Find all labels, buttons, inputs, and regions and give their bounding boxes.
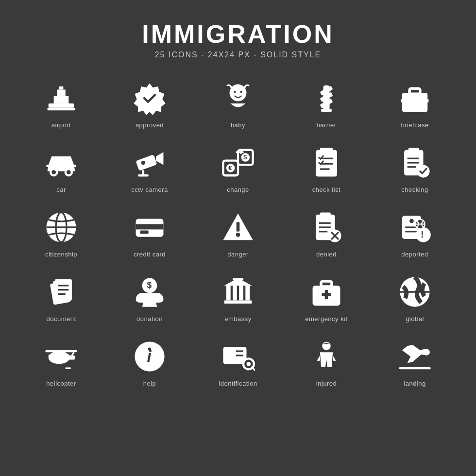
svg-point-51 — [236, 233, 240, 237]
icon-donation: $ donation — [108, 268, 191, 327]
svg-rect-15 — [401, 99, 429, 102]
document-icon — [42, 272, 81, 311]
airport-icon — [42, 79, 81, 118]
checking-icon — [395, 143, 434, 182]
icon-injured: injured — [285, 332, 368, 392]
svg-point-18 — [51, 170, 56, 174]
svg-rect-91 — [49, 355, 70, 358]
landing-icon — [395, 337, 434, 376]
embassy-icon — [219, 272, 257, 311]
svg-rect-83 — [233, 278, 243, 280]
denied-label: denied — [316, 251, 337, 258]
icons-grid: airport approved baby — [19, 74, 457, 392]
global-icon — [395, 272, 434, 311]
icon-baby: baby — [196, 74, 280, 134]
svg-rect-48 — [140, 231, 149, 234]
svg-rect-14 — [409, 88, 420, 94]
svg-point-5 — [230, 85, 247, 102]
svg-rect-1 — [54, 96, 69, 103]
svg-marker-22 — [156, 152, 163, 165]
icon-identification: identification — [196, 332, 280, 392]
icon-checking: checking — [373, 138, 457, 198]
briefcase-icon — [395, 79, 434, 118]
svg-line-95 — [72, 352, 74, 356]
barrier-label: barrier — [316, 121, 336, 129]
identification-label: identification — [219, 380, 257, 387]
icon-airport: airport — [19, 74, 103, 134]
emergency-kit-label: emergency kit — [305, 315, 347, 323]
svg-point-108 — [247, 362, 251, 366]
check-list-label: check list — [312, 186, 340, 193]
icon-cctv-camera: cctv camera — [108, 138, 191, 198]
svg-point-102 — [227, 350, 234, 357]
approved-label: approved — [136, 121, 164, 129]
airport-label: airport — [51, 121, 71, 129]
baby-label: baby — [231, 121, 245, 129]
citizenship-label: citizenship — [45, 251, 77, 258]
danger-icon — [219, 208, 257, 247]
svg-rect-87 — [322, 293, 331, 296]
icon-change: € $ change — [196, 138, 280, 198]
svg-text:$: $ — [147, 280, 152, 290]
svg-rect-4 — [48, 108, 75, 110]
icon-barrier: barrier — [285, 74, 368, 134]
svg-rect-47 — [136, 224, 164, 229]
svg-rect-78 — [226, 286, 231, 301]
global-label: global — [406, 315, 424, 323]
donation-label: donation — [136, 315, 163, 323]
cctv-camera-label: cctv camera — [131, 186, 168, 193]
helicopter-label: helicopter — [46, 380, 76, 387]
injured-label: injured — [316, 380, 337, 387]
icon-approved: approved — [108, 74, 191, 134]
svg-rect-20 — [46, 165, 76, 167]
briefcase-label: briefcase — [401, 121, 428, 129]
page-subtitle: 25 ICONS - 24X24 PX - SOLID STYLE — [142, 51, 334, 59]
svg-text:$: $ — [243, 153, 247, 161]
svg-rect-50 — [237, 222, 240, 232]
page-title: IMMIGRATION — [142, 19, 334, 49]
citizenship-icon — [42, 208, 81, 247]
icon-help: i help — [108, 332, 191, 392]
deported-label: deported — [401, 251, 428, 258]
svg-rect-2 — [57, 90, 66, 96]
document-label: document — [46, 315, 76, 323]
injured-icon — [307, 337, 346, 376]
svg-rect-24 — [138, 174, 149, 176]
svg-point-25 — [141, 161, 146, 165]
credit-card-label: credit card — [134, 251, 166, 258]
help-icon: i — [130, 337, 169, 376]
icon-danger: danger — [196, 203, 280, 263]
icon-deported: ! deported — [373, 203, 457, 263]
svg-point-61 — [409, 219, 414, 223]
svg-text:€: € — [228, 164, 232, 171]
svg-rect-0 — [49, 103, 74, 108]
svg-rect-81 — [245, 286, 250, 301]
icon-document: document — [19, 268, 103, 327]
svg-rect-85 — [321, 281, 332, 287]
svg-rect-21 — [136, 154, 157, 171]
approved-icon — [130, 79, 169, 118]
embassy-label: embassy — [224, 315, 252, 323]
svg-point-7 — [240, 91, 242, 93]
svg-rect-3 — [59, 86, 64, 90]
denied-icon — [307, 208, 346, 247]
deported-icon: ! — [395, 208, 434, 247]
icon-denied: denied — [285, 203, 368, 263]
icon-car: car — [19, 138, 103, 198]
change-icon: € $ — [219, 143, 257, 182]
svg-point-19 — [67, 170, 71, 174]
svg-point-6 — [234, 91, 236, 93]
icon-helicopter: helicopter — [19, 332, 103, 392]
svg-rect-33 — [320, 148, 333, 152]
icon-embassy: embassy — [196, 268, 280, 327]
svg-rect-79 — [233, 286, 237, 301]
svg-rect-82 — [224, 301, 252, 304]
emergency-kit-icon — [307, 272, 346, 311]
landing-label: landing — [404, 380, 425, 387]
donation-icon: $ — [130, 272, 169, 311]
change-label: change — [227, 186, 249, 193]
icon-check-list: check list — [285, 138, 368, 198]
identification-icon — [219, 337, 257, 376]
icon-citizenship: citizenship — [19, 203, 103, 263]
svg-text:!: ! — [421, 229, 424, 239]
